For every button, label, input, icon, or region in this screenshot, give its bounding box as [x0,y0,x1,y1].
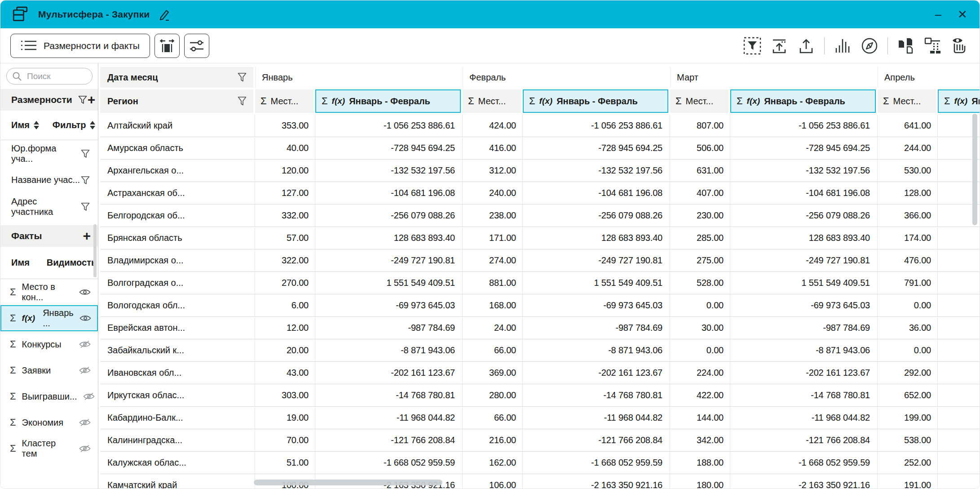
fx-value-cell[interactable]: -202 161 123.67 [938,362,980,384]
fx-value-cell[interactable]: -11 968 044.82 [730,407,878,429]
fx-value-cell[interactable]: -121 766 208.84 [523,429,670,452]
fx-value-cell[interactable]: -69 973 645.03 [315,294,463,317]
measure-value-cell[interactable]: 57.00 [255,227,315,249]
fx-value-cell[interactable]: -11 968 044.82 [315,407,463,429]
region-cell[interactable]: Камчатский край [100,474,255,489]
fact-item[interactable]: Σ Место в кон... [0,279,98,305]
region-cell[interactable]: Астраханская об... [100,182,255,204]
fx-value-cell[interactable]: -121 766 208.84 [938,429,980,452]
dimension-filter-icon[interactable] [80,149,90,159]
measure-column-header[interactable]: Σ Мест... [255,89,313,113]
fx-value-cell[interactable]: -132 532 197.56 [523,160,670,182]
fx-value-cell[interactable]: -121 766 208.84 [730,429,878,452]
region-cell[interactable]: Волгоградская о... [100,272,255,294]
fx-value-cell[interactable]: -1 056 253 886.61 [315,115,463,137]
measure-value-cell[interactable]: 252.00 [878,452,938,474]
fx-column-header-selected[interactable]: Σ f(x) Январь - Февраль [523,89,668,113]
fx-value-cell[interactable]: -121 766 208.84 [315,429,463,452]
measure-value-cell[interactable]: 322.00 [255,249,315,272]
fx-value-cell[interactable]: 128 683 893.40 [523,227,670,249]
fx-value-cell[interactable]: -14 768 780.81 [938,384,980,407]
search-input[interactable] [26,71,87,82]
measure-value-cell[interactable]: 530.00 [878,160,938,182]
fact-item[interactable]: Σ Экономия [0,409,98,436]
hierarchy-button[interactable] [922,35,944,57]
measure-value-cell[interactable]: 332.00 [255,204,315,227]
measure-value-cell[interactable]: 270.00 [255,272,315,294]
import-button[interactable] [768,35,790,57]
fx-value-cell[interactable]: -249 727 190.81 [938,249,980,272]
measure-value-cell[interactable]: 424.00 [463,115,523,137]
measure-value-cell[interactable]: 275.00 [670,249,730,272]
fx-value-cell[interactable]: -104 681 196.08 [523,182,670,204]
fx-column-header-selected[interactable]: Σ f(x) Январь - Февраль [938,89,980,113]
fx-value-cell[interactable]: 1 551 549 409.51 [315,272,463,294]
fx-value-cell[interactable]: -728 945 694.25 [315,137,463,160]
fx-value-cell[interactable]: -1 668 052 959.59 [730,452,878,474]
measure-value-cell[interactable]: 369.00 [463,362,523,384]
measure-value-cell[interactable]: 106.00 [463,474,523,489]
measure-column-header[interactable]: Σ Мест... [670,89,728,113]
measure-value-cell[interactable]: 144.00 [670,407,730,429]
fx-value-cell[interactable]: -1 056 253 886.61 [730,115,878,137]
fact-item[interactable]: Σ Конкурсы [0,331,98,357]
region-cell[interactable]: Архангельская о... [100,160,255,182]
fx-value-cell[interactable]: -8 871 943.06 [523,339,670,362]
filter-selection-button[interactable] [742,35,763,57]
measure-value-cell[interactable]: 30.00 [670,317,730,339]
fx-value-cell[interactable]: -69 973 645.03 [938,294,980,317]
add-dimension-button[interactable]: + [88,93,96,107]
fx-value-cell[interactable]: -202 161 123.67 [730,362,878,384]
month-group-header[interactable]: Апрель [878,67,980,88]
region-cell[interactable]: Забайкальский к... [100,339,255,362]
measure-value-cell[interactable]: 0.00 [670,339,730,362]
measure-value-cell[interactable]: 224.00 [670,362,730,384]
measure-value-cell[interactable]: 174.00 [878,227,938,249]
measure-value-cell[interactable]: 416.00 [463,137,523,160]
measure-column-header[interactable]: Σ Мест... [878,89,936,113]
measure-value-cell[interactable]: 312.00 [463,160,523,182]
dimensions-facts-button[interactable]: Размерности и факты [10,34,150,58]
fx-value-cell[interactable]: -249 727 190.81 [315,249,463,272]
measure-value-cell[interactable]: 162.00 [463,452,523,474]
month-group-header[interactable]: Март [670,67,876,88]
measure-value-cell[interactable]: 66.00 [463,339,523,362]
region-cell[interactable]: Владимирская о... [100,249,255,272]
horizontal-scrollbar[interactable] [254,480,442,485]
fx-value-cell[interactable]: -69 973 645.03 [523,294,670,317]
measure-value-cell[interactable]: 6.00 [255,294,315,317]
measure-value-cell[interactable]: 70.00 [255,429,315,452]
measure-value-cell[interactable]: 807.00 [670,115,730,137]
fx-value-cell[interactable]: -14 768 780.81 [315,384,463,407]
minimize-button[interactable]: – [929,5,947,23]
measure-column-header[interactable]: Σ Мест... [463,89,521,113]
measure-value-cell[interactable]: 171.00 [463,227,523,249]
visibility-toggle[interactable] [79,288,91,296]
fx-value-cell[interactable]: -69 973 645.03 [730,294,878,317]
fx-value-cell[interactable]: -249 727 190.81 [523,249,670,272]
fact-item[interactable]: Σ Выигравши... [0,383,98,409]
fx-value-cell[interactable]: -2 163 350 921.16 [523,474,670,489]
fact-item[interactable]: Σ Заявки [0,357,98,383]
measure-value-cell[interactable]: 244.00 [878,137,938,160]
measure-value-cell[interactable]: 240.00 [463,182,523,204]
visibility-toggle[interactable] [79,314,91,322]
visibility-toggle[interactable] [79,366,91,374]
measure-value-cell[interactable]: 641.00 [878,115,938,137]
column-width-button[interactable] [155,34,180,58]
edit-title-icon[interactable] [158,8,171,21]
search-box[interactable] [6,68,93,84]
fx-value-cell[interactable]: -1 056 253 886.61 [523,115,670,137]
add-fact-button[interactable]: + [83,229,91,243]
fx-column-header-selected[interactable]: Σ f(x) Январь - Февраль [730,89,876,113]
fx-value-cell[interactable]: -8 871 943.06 [315,339,463,362]
fx-value-cell[interactable]: -987 784.69 [730,317,878,339]
fx-value-cell[interactable]: -14 768 780.81 [730,384,878,407]
fx-value-cell[interactable]: 1 551 549 409.51 [523,272,670,294]
measure-value-cell[interactable]: 280.00 [463,384,523,407]
fx-value-cell[interactable]: -104 681 196.08 [315,182,463,204]
measure-value-cell[interactable]: 422.00 [670,384,730,407]
fx-value-cell[interactable]: -132 532 197.56 [315,160,463,182]
dimension-item[interactable]: Название учас... [0,167,98,193]
fx-column-header-selected[interactable]: Σ f(x) Январь - Февраль [315,89,461,113]
